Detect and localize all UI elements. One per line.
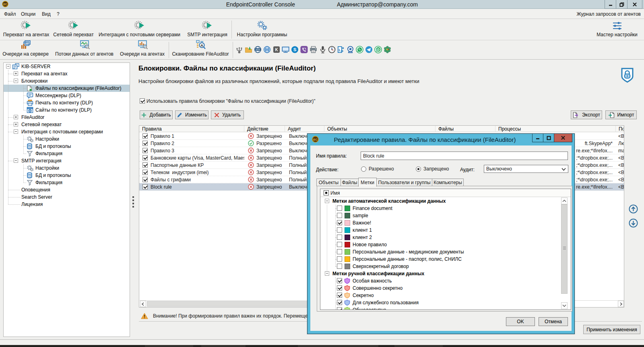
label-row[interactable]: клиент 1 — [320, 226, 571, 234]
radio-allow[interactable]: Разрешено — [361, 166, 394, 172]
usb-icon[interactable] — [235, 46, 243, 54]
toolbar-button[interactable]: Очереди на агентах — [117, 42, 167, 58]
toolbar-button[interactable]: Потоки данных от агентов — [52, 42, 117, 58]
tree-item[interactable]: Сайты по контенту (DLP) — [4, 106, 130, 114]
http-icon[interactable]: HTTP — [254, 46, 262, 54]
label-group-row[interactable]: Метки ручной классификации данных — [320, 270, 571, 277]
icq-flower-icon[interactable] — [384, 46, 391, 54]
add-button[interactable]: Добавить — [140, 110, 173, 119]
label-checkbox[interactable] — [337, 213, 342, 218]
skype-icon[interactable]: S — [291, 46, 299, 54]
icq-icon[interactable]: @ — [374, 46, 382, 54]
lync-icon[interactable]: L — [337, 46, 345, 54]
minimize-button[interactable] — [605, 0, 616, 9]
toolbar-button[interactable]: Очереди на сервере — [0, 42, 51, 58]
label-row[interactable]: Общедоступно — [320, 306, 571, 310]
label-checkbox[interactable] — [337, 227, 342, 233]
keyboard-icon[interactable]: K — [272, 46, 280, 54]
close-button[interactable] — [627, 0, 642, 9]
label-checkbox[interactable] — [337, 285, 342, 291]
label-row[interactable]: Особая важность — [320, 277, 571, 285]
restore-button[interactable] — [616, 0, 627, 9]
label-checkbox[interactable] — [337, 300, 342, 305]
tab-компьютеры[interactable]: Компьютеры — [432, 179, 464, 186]
label-checkbox[interactable] — [337, 256, 342, 262]
toolbar-button[interactable]: SMTP интеграция — [184, 20, 231, 39]
tree-item[interactable]: Лицензия — [4, 201, 130, 208]
move-rule-up-button[interactable] — [629, 204, 638, 214]
scroll-right-button[interactable] — [618, 301, 624, 307]
dialog-titlebar[interactable]: EC Редактирование правила. Файлы по клас… — [308, 134, 574, 145]
label-checkbox[interactable] — [337, 249, 342, 254]
scroll-thumb[interactable] — [561, 204, 568, 294]
scroll-up-button[interactable] — [561, 197, 568, 204]
scroll-down-button[interactable] — [561, 302, 568, 309]
tree-item[interactable]: Перехват на агентах — [4, 70, 130, 77]
column-header[interactable]: Аудит — [285, 126, 324, 132]
label-checkbox[interactable] — [337, 242, 342, 247]
whatsapp-icon[interactable] — [356, 46, 363, 54]
clock-icon[interactable] — [328, 46, 336, 54]
rule-enabled-checkbox[interactable] — [142, 170, 148, 175]
rule-enabled-checkbox[interactable] — [142, 141, 148, 146]
rule-enabled-checkbox[interactable] — [142, 133, 148, 139]
splitter-handle[interactable] — [132, 196, 134, 209]
tab-объекты[interactable]: Объекты — [316, 179, 341, 186]
toolbar-button[interactable]: AСканирование FileAuditor — [170, 42, 231, 58]
label-checkbox[interactable] — [337, 220, 342, 225]
ok-button[interactable]: OK — [506, 317, 535, 326]
monitor-icon[interactable] — [282, 46, 289, 54]
viber-icon[interactable] — [300, 46, 308, 54]
printer-icon[interactable] — [310, 46, 317, 54]
dialog-close-button[interactable] — [554, 134, 572, 142]
dialog-minimize-button[interactable] — [532, 134, 543, 142]
tab-файлы[interactable]: Файлы — [341, 179, 359, 186]
rule-enabled-checkbox[interactable] — [142, 184, 148, 189]
tree-item[interactable]: SMTP интеграция — [4, 157, 130, 164]
tree-expander-minus[interactable] — [6, 64, 10, 69]
toolbar-button[interactable]: Перехват на агентах — [1, 20, 51, 39]
label-checkbox[interactable] — [337, 264, 342, 269]
menu-agent-journal[interactable]: Журнал запросов от агентов — [577, 9, 641, 19]
export-button[interactable]: Экспорт — [571, 110, 602, 119]
label-row[interactable]: sample — [320, 212, 571, 219]
label-row[interactable]: Новое правило — [320, 241, 571, 248]
tree-item[interactable]: БД и протоколы — [4, 143, 130, 150]
radio-deny[interactable]: Запрещено — [416, 166, 449, 172]
tree-expander-plus[interactable] — [14, 71, 18, 76]
audit-dropdown[interactable]: Выключено — [484, 165, 568, 173]
label-row[interactable]: Секретно — [320, 292, 571, 299]
label-checkbox[interactable] — [337, 307, 342, 310]
column-header[interactable]: Файлы — [436, 126, 495, 132]
folder-icon[interactable] — [245, 46, 252, 54]
toolbar-button[interactable]: Настройки программы — [233, 20, 291, 39]
label-checkbox[interactable] — [337, 278, 342, 283]
menu-файл[interactable]: Файл — [4, 9, 16, 19]
webcam-icon[interactable] — [347, 46, 354, 54]
rule-enabled-checkbox[interactable] — [142, 155, 148, 160]
tree-expander-minus[interactable] — [14, 129, 18, 134]
telegram-icon[interactable] — [365, 46, 373, 54]
menu-вид[interactable]: Вид — [42, 9, 51, 19]
label-checkbox[interactable] — [337, 206, 342, 211]
label-row[interactable]: Персональные данные - медицинские докуме… — [320, 248, 571, 256]
tree-item[interactable]: Блокировки — [4, 77, 130, 85]
label-group-row[interactable]: Метки автоматической классификации данны… — [320, 197, 571, 205]
toolbar-button[interactable]: Интеграция с почтовыми серверами — [96, 20, 183, 39]
column-header[interactable]: Правила — [139, 126, 244, 132]
tree-item[interactable]: KIB-SERVER — [4, 63, 130, 70]
tree-item[interactable]: Настройки — [4, 164, 130, 172]
use-rules-checkbox-row[interactable]: Использовать правила блокировки "Файлы п… — [140, 98, 316, 104]
tree-expander-plus[interactable] — [14, 122, 18, 127]
tree-item[interactable]: Оповещения — [4, 186, 130, 193]
tree-item[interactable]: FileAuditor — [4, 114, 130, 121]
rule-name-input[interactable]: Block rule — [361, 152, 568, 160]
tree-item[interactable]: Печать по контенту (DLP) — [4, 99, 130, 106]
tree-expander-minus[interactable] — [14, 79, 18, 83]
labels-scrollbar[interactable] — [561, 197, 568, 309]
menu-help[interactable]: ? — [57, 9, 60, 19]
column-header[interactable]: Объекты — [324, 126, 436, 132]
column-header[interactable]: Пользователи — [616, 126, 624, 132]
label-row[interactable]: Сверхсекретный договор — [320, 263, 571, 270]
label-row[interactable]: Для служебного пользования — [320, 299, 571, 306]
